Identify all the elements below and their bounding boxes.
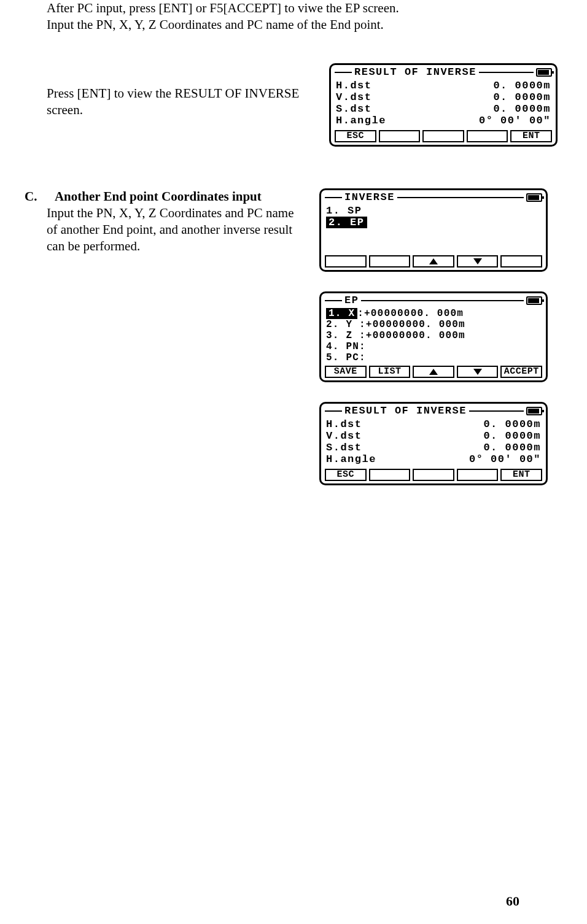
ep-row-z[interactable]: 3. Z :+00000000. 000m bbox=[326, 330, 541, 341]
result-row: H.angle0° 00′ 00″ bbox=[326, 453, 541, 465]
ep-row-x[interactable]: 1. X:+00000000. 000m bbox=[326, 308, 541, 319]
ep-row-y[interactable]: 2. Y :+00000000. 000m bbox=[326, 319, 541, 330]
fkey-up[interactable] bbox=[413, 366, 454, 378]
fkey-down[interactable] bbox=[457, 366, 499, 378]
fkey-blank[interactable] bbox=[369, 255, 411, 268]
fkey-blank[interactable] bbox=[422, 130, 464, 142]
fkey-esc[interactable]: ESC bbox=[325, 469, 367, 481]
fkey-up[interactable] bbox=[413, 255, 454, 268]
fkey-blank[interactable] bbox=[457, 469, 499, 481]
fkey-blank[interactable] bbox=[467, 130, 508, 142]
fkey-down[interactable] bbox=[457, 255, 499, 268]
battery-icon bbox=[536, 68, 552, 77]
arrow-up-icon bbox=[429, 258, 438, 264]
fkey-list[interactable]: LIST bbox=[369, 366, 411, 378]
fkey-ent[interactable]: ENT bbox=[510, 130, 552, 142]
step-ent-text: Press [ENT] to view the RESULT OF INVERS… bbox=[47, 63, 317, 119]
arrow-up-icon bbox=[429, 369, 438, 375]
result-row: S.dst0. 0000m bbox=[326, 442, 541, 453]
battery-icon bbox=[526, 193, 542, 202]
lcd-ep-input: EP 1. X:+00000000. 000m 2. Y :+00000000.… bbox=[319, 291, 548, 382]
menu-item-sp[interactable]: 1. SP bbox=[326, 205, 541, 217]
section-c-body: Input the PN, X, Y, Z Coordinates and PC… bbox=[47, 205, 307, 255]
section-title: Another End point Coordinates input bbox=[55, 189, 262, 204]
lcd-title: INVERSE bbox=[344, 191, 395, 203]
lcd-result-of-inverse-1: RESULT OF INVERSE H.dst0. 0000m V.dst0. … bbox=[329, 63, 558, 147]
ep-row-pc[interactable]: 5. PC: bbox=[326, 352, 541, 363]
fkey-blank[interactable] bbox=[379, 130, 421, 142]
result-row: S.dst0. 0000m bbox=[336, 103, 551, 115]
arrow-down-icon bbox=[473, 258, 482, 264]
lcd-inverse-menu: INVERSE 1. SP 2. EP bbox=[319, 188, 548, 272]
fkey-blank[interactable] bbox=[325, 255, 367, 268]
intro-line-1: After PC input, press [ENT] or F5[ACCEPT… bbox=[47, 0, 562, 17]
page-number: 60 bbox=[506, 893, 519, 909]
fkey-accept[interactable]: ACCEPT bbox=[500, 366, 542, 378]
fkey-blank[interactable] bbox=[369, 469, 411, 481]
battery-icon bbox=[526, 407, 542, 415]
menu-item-ep[interactable]: 2. EP bbox=[326, 217, 541, 228]
lcd-title: RESULT OF INVERSE bbox=[354, 66, 476, 78]
fkey-save[interactable]: SAVE bbox=[325, 366, 367, 378]
result-row: H.dst0. 0000m bbox=[336, 80, 551, 91]
arrow-down-icon bbox=[473, 369, 482, 375]
lcd-result-of-inverse-2: RESULT OF INVERSE H.dst0. 0000m V.dst0. … bbox=[319, 402, 548, 485]
lcd-title: EP bbox=[344, 295, 359, 306]
section-c-heading: C. Another End point Coordinates input bbox=[25, 188, 307, 205]
fkey-blank[interactable] bbox=[500, 255, 542, 268]
section-label: C. bbox=[25, 189, 37, 204]
result-row: V.dst0. 0000m bbox=[326, 430, 541, 442]
lcd-title: RESULT OF INVERSE bbox=[344, 405, 467, 417]
intro-line-2: Input the PN, X, Y, Z Coordinates and PC… bbox=[47, 17, 562, 33]
fkey-esc[interactable]: ESC bbox=[335, 130, 376, 142]
result-row: H.dst0. 0000m bbox=[326, 418, 541, 430]
result-row: H.angle0° 00′ 00″ bbox=[336, 115, 551, 126]
ep-row-pn[interactable]: 4. PN: bbox=[326, 341, 541, 352]
intro-paragraph: After PC input, press [ENT] or F5[ACCEPT… bbox=[47, 0, 562, 34]
result-row: V.dst0. 0000m bbox=[336, 91, 551, 103]
fkey-blank[interactable] bbox=[413, 469, 454, 481]
fkey-ent[interactable]: ENT bbox=[500, 469, 542, 481]
battery-icon bbox=[526, 296, 542, 305]
